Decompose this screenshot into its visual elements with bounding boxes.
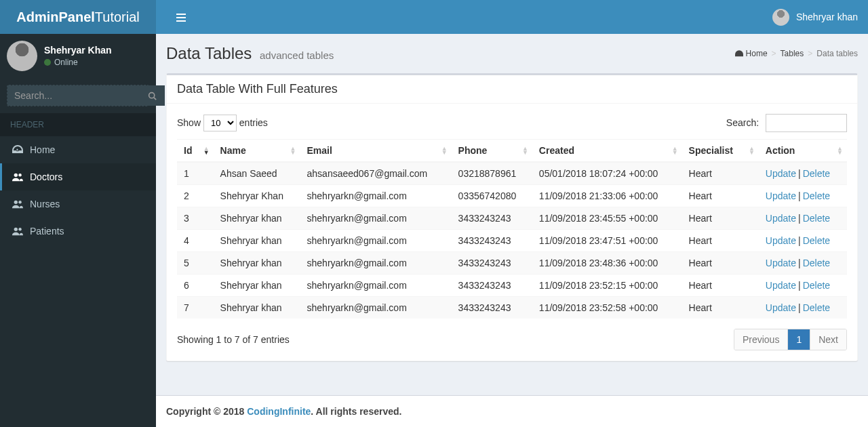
header-user-menu[interactable]: Shehryar khan [772, 9, 858, 26]
column-header[interactable]: Phone▲▼ [452, 140, 532, 163]
brand-bold: AdminPanel [16, 9, 95, 24]
column-header[interactable]: Action▲▼ [759, 140, 847, 163]
cell-name: Shehryar khan [214, 297, 300, 319]
cell-email: shehryarkn@gmail.com [300, 185, 452, 207]
cell-action: Update|Delete [759, 207, 847, 230]
cell-created: 11/09/2018 23:52:58 +00:00 [532, 297, 682, 319]
cell-action: Update|Delete [759, 162, 847, 185]
sidebar-item-doctors[interactable]: Doctors [0, 163, 156, 190]
breadcrumb-sep: > [808, 49, 812, 58]
update-link[interactable]: Update [766, 213, 796, 224]
users-icon [12, 199, 23, 209]
table-search-label: Search: [726, 117, 759, 128]
svg-point-3 [149, 93, 155, 98]
header-user-name: Shehryar khan [796, 12, 858, 22]
cell-email: shehryarkn@gmail.com [300, 230, 452, 252]
length-select[interactable]: 10 [203, 115, 237, 131]
cell-name: Shehryar Khan [214, 185, 300, 207]
cell-action: Update|Delete [759, 297, 847, 319]
table-row: 2Shehryar Khanshehryarkn@gmail.com033567… [177, 185, 847, 207]
svg-point-10 [18, 228, 21, 230]
table-row: 1Ahsan Saeedahsansaeed067@gmail.com03218… [177, 162, 847, 185]
footer: Copyright © 2018 CodingInfinite. All rig… [156, 395, 868, 427]
brand-light: Tutorial [95, 9, 140, 24]
sort-icon: ▲▼ [672, 146, 678, 155]
footer-link[interactable]: CodingInfinite [247, 406, 311, 417]
sidebar-item-label: Doctors [30, 171, 62, 182]
status-dot-icon [44, 59, 51, 66]
table-row: 7Shehryar khanshehryarkn@gmail.com343324… [177, 297, 847, 319]
pagination-prev[interactable]: Previous [734, 329, 787, 350]
delete-link[interactable]: Delete [803, 190, 830, 201]
cell-id: 7 [177, 297, 214, 319]
sort-icon: ▲▼ [441, 146, 448, 155]
column-label: Name [220, 145, 246, 156]
svg-point-9 [14, 228, 18, 231]
sidebar-user-panel: Shehryar Khan Online [0, 34, 156, 78]
table-row: 5Shehryar khanshehryarkn@gmail.com343324… [177, 252, 847, 274]
cell-id: 3 [177, 207, 214, 230]
length-suffix: entries [239, 117, 268, 128]
action-sep: | [796, 190, 803, 201]
delete-link[interactable]: Delete [803, 280, 830, 291]
cell-id: 6 [177, 274, 214, 297]
pagination-page[interactable]: 1 [788, 329, 810, 350]
breadcrumb-link[interactable]: Tables [781, 49, 804, 58]
column-header[interactable]: Email▲▼ [300, 140, 452, 163]
update-link[interactable]: Update [766, 190, 796, 201]
cell-phone: 3433243243 [452, 230, 532, 252]
column-label: Created [539, 145, 574, 156]
column-header[interactable]: Specialist▲▼ [682, 140, 759, 163]
column-label: Email [307, 145, 332, 156]
cell-name: Ahsan Saeed [214, 162, 300, 185]
breadcrumb-link[interactable]: Home [735, 49, 768, 58]
cell-specialist: Heart [682, 185, 759, 207]
column-header[interactable]: Created▲▼ [532, 140, 682, 163]
breadcrumb-label: Home [746, 49, 768, 58]
update-link[interactable]: Update [766, 258, 796, 268]
sidebar: Shehryar Khan Online HEADER HomeDoctorsN… [0, 0, 156, 427]
svg-point-7 [14, 201, 18, 204]
column-header[interactable]: Name▲▼ [214, 140, 300, 163]
update-link[interactable]: Update [766, 168, 796, 179]
cell-action: Update|Delete [759, 252, 847, 274]
cell-phone: 3433243243 [452, 252, 532, 274]
sidebar-item-patients[interactable]: Patients [0, 218, 156, 245]
page-subtitle: advanced tables [260, 49, 334, 61]
users-icon [12, 226, 23, 236]
cell-phone: 03356742080 [452, 185, 532, 207]
action-sep: | [796, 302, 803, 313]
dashboard-icon [12, 145, 23, 155]
sidebar-item-home[interactable]: Home [0, 136, 156, 163]
delete-link[interactable]: Delete [803, 258, 830, 268]
action-sep: | [796, 258, 803, 268]
cell-phone: 03218878961 [452, 162, 532, 185]
cell-name: Shehryar khan [214, 207, 300, 230]
svg-rect-2 [176, 20, 186, 22]
sidebar-item-nurses[interactable]: Nurses [0, 190, 156, 218]
page-title-text: Data Tables [166, 44, 252, 62]
delete-link[interactable]: Delete [803, 235, 830, 246]
delete-link[interactable]: Delete [803, 168, 830, 179]
column-label: Phone [458, 145, 488, 156]
avatar [7, 41, 37, 71]
cell-name: Shehryar khan [214, 274, 300, 297]
brand-logo[interactable]: AdminPanelTutorial [0, 0, 156, 34]
update-link[interactable]: Update [766, 280, 796, 291]
search-input[interactable] [7, 85, 140, 106]
pagination-next[interactable]: Next [810, 329, 846, 350]
sidebar-toggle-button[interactable] [166, 1, 196, 33]
update-link[interactable]: Update [766, 302, 796, 313]
cell-action: Update|Delete [759, 230, 847, 252]
table-row: 3Shehryar khanshehryarkn@gmail.com343324… [177, 207, 847, 230]
delete-link[interactable]: Delete [803, 302, 830, 313]
column-header[interactable]: Id▲▼ [177, 140, 214, 163]
update-link[interactable]: Update [766, 235, 796, 246]
length-control: Show 10 entries [177, 115, 268, 131]
delete-link[interactable]: Delete [803, 213, 830, 224]
table-search-input[interactable] [766, 114, 847, 132]
cell-id: 2 [177, 185, 214, 207]
table-row: 4Shehryar khanshehryarkn@gmail.com343324… [177, 230, 847, 252]
sidebar-item-label: Home [30, 144, 55, 155]
column-label: Action [766, 145, 795, 156]
